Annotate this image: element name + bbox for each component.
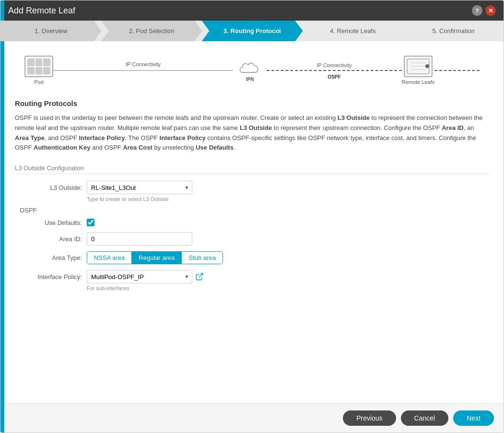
remote-leafs-node: Remote Leafs [402,56,434,85]
nssa-area-button[interactable]: NSSA area [87,252,132,264]
pod-cell [35,67,43,75]
interface-policy-row: Interface Policy: MultiPod-OSPF_IP ▼ [15,270,489,283]
pod-cell [43,59,50,66]
stepper: 1. Overview 2. Pod Selection 3. Routing … [0,21,504,41]
modal-footer: Previous Cancel Next [0,403,504,433]
l3-outside-select[interactable]: RL-Site1_L3Out [87,181,192,194]
next-button[interactable]: Next [453,410,494,426]
step-routing-protocol[interactable]: 3. Routing Protocol [202,21,303,41]
description-text: OSPF is used in the underlay to peer bet… [15,113,489,153]
area-id-label: Area ID: [15,235,82,243]
pod-cell [27,59,35,66]
remote-icon-box [404,56,433,77]
l3-outside-control: RL-Site1_L3Out ▼ [87,181,192,194]
l3-outside-hint: Type to create or select L3 Outside [87,196,489,202]
modal-container: Add Remote Leaf ? ✕ 1. Overview 2. Pod S… [0,0,504,433]
pod-label: Pod [34,79,44,85]
stub-area-button[interactable]: Stub area [182,252,222,264]
config-section-title: L3 Outside Configuration [15,164,489,174]
pod-cell [43,67,50,75]
pod-cell [27,67,35,75]
interface-policy-select[interactable]: MultiPod-OSPF_IP [87,270,192,283]
diagram-row: Pod IP Connectivity IPN [24,56,480,85]
ip-connectivity-label-2: IP Connectivity [316,62,352,68]
svg-line-5 [199,273,203,277]
interface-policy-select-wrapper: MultiPod-OSPF_IP ▼ [87,270,192,283]
interface-policy-control: MultiPod-OSPF_IP ▼ [87,270,204,283]
l3-outside-row: L3 Outside: RL-Site1_L3Out ▼ [15,181,489,194]
diagram-section: Pod IP Connectivity IPN [15,51,489,90]
pod-node: Pod [24,56,53,85]
step-overview[interactable]: 1. Overview [0,21,102,41]
header-icons: ? ✕ [472,5,496,16]
cloud-icon: IPN [233,59,267,82]
pod-icon [24,56,53,77]
interface-policy-link-icon[interactable] [195,272,204,281]
previous-button[interactable]: Previous [343,410,396,426]
dashed-line-1: IP Connectivity OSPF [267,70,401,71]
step-confirmation[interactable]: 5. Confirmation [403,21,504,41]
area-id-row: Area ID: [15,232,489,246]
modal-header: Add Remote Leaf ? ✕ [0,0,504,21]
regular-area-button[interactable]: Regular area [132,252,182,264]
remote-leafs-label: Remote Leafs [402,79,434,85]
area-type-control: NSSA area Regular area Stub area [87,251,223,264]
section-title: Routing Protocols [15,99,489,107]
use-defaults-control [87,219,94,226]
use-defaults-checkbox[interactable] [87,219,94,226]
use-defaults-label: Use Defaults: [15,219,82,226]
step-pod-selection[interactable]: 2. Pod Selection [101,21,202,41]
area-id-control [87,232,192,246]
area-type-group: NSSA area Regular area Stub area [87,251,223,264]
use-defaults-row: Use Defaults: [15,219,489,226]
dashed-line-2 [434,70,480,71]
help-button[interactable]: ? [472,5,482,16]
interface-policy-hint: For sub-interfaces [87,285,489,291]
cancel-button[interactable]: Cancel [401,410,449,426]
area-id-input[interactable] [87,232,192,246]
pod-cell [35,59,43,66]
modal-body: Pod IP Connectivity IPN [0,41,504,403]
ip-connectivity-label-1: IP Connectivity [126,61,161,67]
l3-outside-select-wrapper: RL-Site1_L3Out ▼ [87,181,192,194]
ipn-label: IPN [246,77,254,82]
modal-title: Add Remote Leaf [8,6,75,16]
l3-outside-label: L3 Outside: [15,184,82,191]
step-remote-leafs[interactable]: 4. Remote Leafs [302,21,403,41]
area-type-label: Area Type: [15,254,82,261]
close-button[interactable]: ✕ [485,5,496,16]
line-1: IP Connectivity [53,70,233,71]
ospf-label: OSPF [328,74,340,80]
interface-policy-label: Interface Policy: [15,273,82,281]
area-type-row: Area Type: NSSA area Regular area Stub a… [15,251,489,264]
ipn-node: IPN [233,59,267,82]
ospf-section-label: OSPF [20,207,489,214]
svg-point-4 [425,64,429,68]
